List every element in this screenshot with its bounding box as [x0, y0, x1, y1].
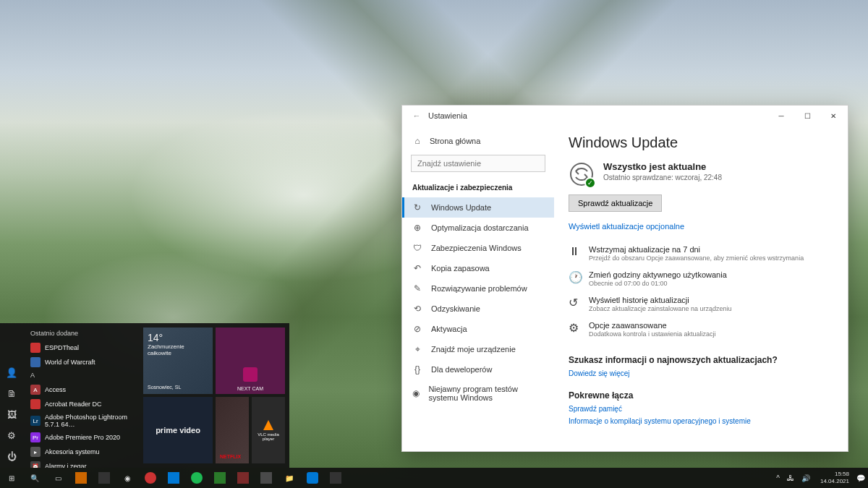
- documents-icon[interactable]: 🗎: [7, 388, 17, 399]
- settings-sidebar: ⌂ Strona główna Aktualizacje i zabezpiec…: [402, 126, 554, 451]
- windows-icon: ⊞: [6, 472, 17, 484]
- app-icon: [30, 357, 41, 367]
- taskbar-app[interactable]: [301, 468, 324, 488]
- taskbar-search[interactable]: 🔍: [23, 468, 46, 488]
- taskbar-app[interactable]: [231, 468, 255, 488]
- option-active-hours[interactable]: 🕐Zmień godziny aktywnego użytkowaniaObec…: [569, 266, 833, 291]
- nav-item-windows-update[interactable]: ↻Windows Update: [402, 197, 554, 218]
- history-icon: ↺: [569, 296, 582, 309]
- tile-weather[interactable]: 14° Zachmurzenie całkowite Sosnowiec, SL: [143, 328, 213, 394]
- troubleshoot-icon: ✎: [412, 283, 422, 294]
- related-link-storage[interactable]: Sprawdź pamięć: [569, 405, 833, 413]
- nav-search: [411, 155, 545, 172]
- nav-home-label: Strona główna: [430, 137, 480, 145]
- notification-button[interactable]: 💬: [854, 468, 868, 488]
- taskbar-app[interactable]: [162, 468, 185, 488]
- app-icon: [168, 472, 179, 484]
- tray-volume-icon[interactable]: 🔊: [801, 474, 810, 482]
- status-title: Wszystko jest aktualne: [603, 161, 722, 172]
- settings-icon[interactable]: ⚙: [7, 430, 16, 441]
- option-advanced[interactable]: ⚙Opcje zaawansowaneDodatkowa kontrola i …: [569, 317, 833, 342]
- list-item[interactable]: World of Warcraft: [26, 355, 136, 369]
- list-item[interactable]: ESPDTheal: [26, 341, 136, 355]
- app-icon: [30, 399, 41, 409]
- app-icon: [145, 472, 156, 484]
- letter-header[interactable]: A: [26, 369, 136, 382]
- task-view-button[interactable]: ▭: [46, 468, 69, 488]
- taskbar-app[interactable]: [139, 468, 162, 488]
- nav-item-find-device[interactable]: ⌖Znajdź moje urządzenie: [402, 339, 554, 359]
- search-icon: 🔍: [29, 472, 41, 484]
- taskbar-app[interactable]: [324, 468, 347, 488]
- app-icon: Pr: [30, 432, 41, 442]
- taskbar-explorer[interactable]: 📁: [278, 468, 301, 488]
- list-item[interactable]: PrAdobe Premiere Pro 2020: [26, 430, 136, 445]
- minimize-button[interactable]: ─: [768, 106, 794, 126]
- window-titlebar[interactable]: ← Ustawienia ─ ☐ ✕: [402, 106, 848, 126]
- pictures-icon[interactable]: 🖼: [7, 409, 17, 420]
- taskbar-app[interactable]: [69, 468, 93, 488]
- tile-vlc[interactable]: VLC media player: [252, 397, 285, 463]
- start-tiles: 14° Zachmurzenie całkowite Sosnowiec, SL…: [139, 323, 289, 468]
- start-menu: 👤 🗎 🖼 ⚙ ⏻ Ostatnio dodane ESPDTheal Worl…: [0, 323, 289, 468]
- backup-icon: ↶: [412, 263, 422, 273]
- start-button[interactable]: ⊞: [0, 468, 23, 488]
- learn-more-link[interactable]: Dowiedz się więcej: [569, 369, 833, 377]
- close-button[interactable]: ✕: [820, 106, 846, 126]
- maximize-button[interactable]: ☐: [794, 106, 820, 126]
- nav-item-security[interactable]: 🛡Zabezpieczenia Windows: [402, 238, 554, 258]
- nav-item-troubleshoot[interactable]: ✎Rozwiązywanie problemów: [402, 278, 554, 299]
- app-icon: [214, 472, 226, 484]
- nav-home[interactable]: ⌂ Strona główna: [402, 132, 554, 150]
- advanced-icon: ⚙: [569, 321, 582, 334]
- optional-updates-link[interactable]: Wyświetl aktualizacje opcjonalne: [569, 222, 833, 231]
- tile-next-cam[interactable]: NEXT CAM: [216, 328, 285, 394]
- back-icon[interactable]: ←: [408, 111, 425, 120]
- related-link-build[interactable]: Informacje o kompilacji systemu operacyj…: [569, 417, 833, 425]
- nav-item-backup[interactable]: ↶Kopia zapasowa: [402, 258, 554, 278]
- tray-network-icon[interactable]: 🖧: [787, 474, 794, 482]
- notification-icon: 💬: [856, 474, 865, 482]
- recent-header: Ostatnio dodane: [26, 328, 136, 341]
- taskbar-app[interactable]: [208, 468, 231, 488]
- app-icon: Lr: [30, 416, 41, 426]
- taskbar-app[interactable]: [185, 468, 208, 488]
- tile-prime-video[interactable]: prime video: [143, 397, 213, 463]
- task-view-icon: ▭: [52, 472, 64, 484]
- nav-item-delivery[interactable]: ⊕Optymalizacja dostarczania: [402, 218, 554, 238]
- list-item[interactable]: AAccess: [26, 382, 136, 397]
- nav-item-developers[interactable]: {}Dla deweloperów: [402, 359, 554, 380]
- list-item[interactable]: LrAdobe Photoshop Lightroom 5.7.1 64…: [26, 411, 136, 430]
- taskbar-app[interactable]: [93, 468, 116, 488]
- nav-item-activation[interactable]: ⊘Aktywacja: [402, 319, 554, 339]
- nav-item-insider[interactable]: ◉Niejawny program testów systemu Windows: [402, 380, 554, 407]
- option-history[interactable]: ↺Wyświetl historię aktualizacjiZobacz ak…: [569, 291, 833, 317]
- nav-item-recovery[interactable]: ⟲Odzyskiwanie: [402, 299, 554, 319]
- app-icon: [30, 343, 41, 353]
- update-status-icon: ✓: [569, 161, 595, 187]
- search-input[interactable]: [411, 155, 545, 172]
- tray-chevron-icon[interactable]: ^: [776, 474, 780, 482]
- user-icon[interactable]: 👤: [6, 367, 17, 378]
- system-tray: ^ 🖧 🔊: [770, 474, 816, 482]
- status-subtitle: Ostatnio sprawdzane: wczoraj, 22:48: [603, 174, 722, 181]
- app-icon: [260, 472, 272, 484]
- recovery-icon: ⟲: [412, 304, 422, 314]
- app-icon: ⏰: [30, 461, 41, 468]
- list-item[interactable]: ⏰Alarmy i zegar: [26, 459, 136, 468]
- list-item[interactable]: ▸Akcesoria systemu: [26, 445, 136, 459]
- taskbar-app[interactable]: ◉: [116, 468, 139, 488]
- check-updates-button[interactable]: Sprawdź aktualizacje: [569, 194, 662, 212]
- option-pause[interactable]: ⏸Wstrzymaj aktualizacje na 7 dniPrzejdź …: [569, 241, 833, 266]
- settings-main: Windows Update ✓ Wszystko jest aktualne …: [554, 126, 848, 451]
- power-icon[interactable]: ⏻: [7, 451, 17, 462]
- app-icon: [75, 472, 87, 484]
- start-rail: 👤 🗎 🖼 ⚙ ⏻: [0, 323, 23, 468]
- taskbar-app[interactable]: [255, 468, 278, 488]
- tile-netflix[interactable]: NETFLIX: [216, 397, 249, 463]
- location-icon: ⌖: [412, 344, 422, 354]
- clock-icon: 🕐: [569, 270, 582, 283]
- list-item[interactable]: Acrobat Reader DC: [26, 397, 136, 411]
- steam-icon: ◉: [122, 472, 133, 484]
- taskbar-clock[interactable]: 15:58 14.04.2021: [816, 471, 854, 484]
